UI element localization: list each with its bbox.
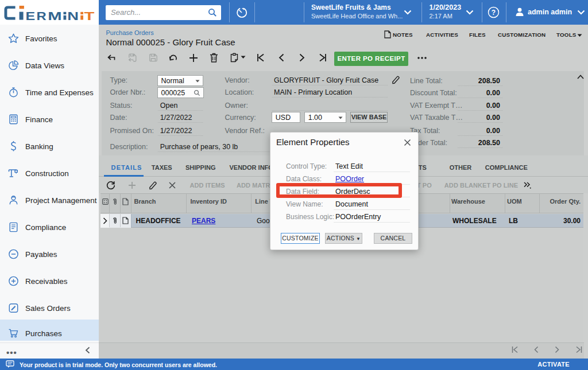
svg-text:M: M: [48, 10, 61, 22]
svg-text:T: T: [84, 10, 95, 22]
svg-text:E: E: [25, 10, 35, 22]
svg-text:R: R: [37, 10, 47, 22]
svg-text:?: ?: [492, 9, 496, 17]
svg-text:N: N: [67, 10, 79, 22]
